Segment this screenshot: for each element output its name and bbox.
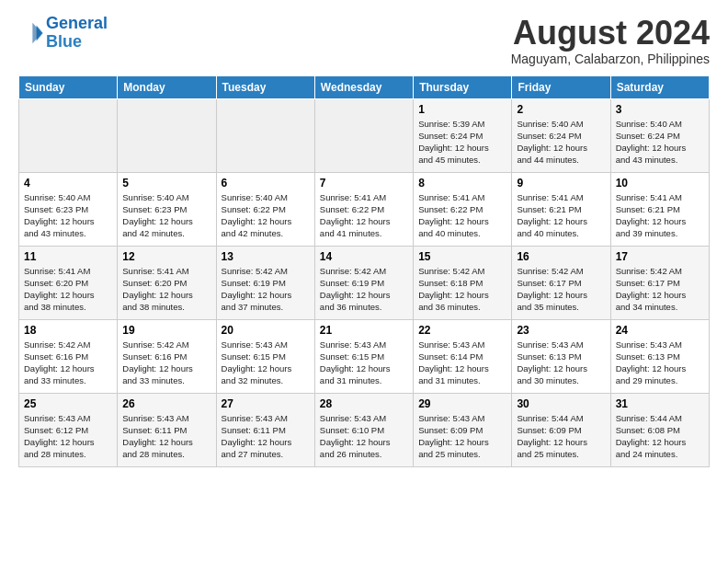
day-info: Sunrise: 5:40 AM Sunset: 6:24 PM Dayligh…	[517, 118, 605, 167]
weekday-header: Sunday	[19, 75, 118, 98]
day-number: 24	[616, 324, 704, 337]
calendar-cell: 16Sunrise: 5:42 AM Sunset: 6:17 PM Dayli…	[512, 246, 610, 319]
day-info: Sunrise: 5:40 AM Sunset: 6:23 PM Dayligh…	[122, 191, 210, 240]
day-number: 13	[222, 250, 310, 263]
calendar-table: SundayMondayTuesdayWednesdayThursdayFrid…	[18, 75, 710, 467]
day-number: 8	[418, 177, 506, 190]
calendar-cell	[19, 98, 118, 172]
calendar-cell: 1Sunrise: 5:39 AM Sunset: 6:24 PM Daylig…	[414, 98, 512, 172]
day-number: 12	[122, 250, 210, 263]
weekday-header: Saturday	[610, 75, 709, 98]
day-number: 16	[517, 250, 605, 263]
calendar-body: 1Sunrise: 5:39 AM Sunset: 6:24 PM Daylig…	[19, 98, 710, 466]
calendar-cell: 27Sunrise: 5:43 AM Sunset: 6:11 PM Dayli…	[216, 393, 314, 466]
day-number: 17	[616, 250, 704, 263]
day-number: 30	[517, 397, 605, 410]
svg-marker-1	[32, 23, 41, 43]
day-info: Sunrise: 5:42 AM Sunset: 6:18 PM Dayligh…	[418, 265, 506, 314]
day-info: Sunrise: 5:42 AM Sunset: 6:16 PM Dayligh…	[24, 339, 112, 387]
day-number: 6	[222, 177, 310, 190]
day-info: Sunrise: 5:43 AM Sunset: 6:12 PM Dayligh…	[24, 412, 112, 461]
weekday-header: Friday	[512, 75, 610, 98]
weekday-row: SundayMondayTuesdayWednesdayThursdayFrid…	[19, 75, 710, 98]
calendar-cell: 31Sunrise: 5:44 AM Sunset: 6:08 PM Dayli…	[610, 393, 709, 466]
weekday-header: Monday	[118, 75, 216, 98]
day-info: Sunrise: 5:39 AM Sunset: 6:24 PM Dayligh…	[418, 118, 506, 167]
day-info: Sunrise: 5:42 AM Sunset: 6:16 PM Dayligh…	[122, 339, 210, 387]
day-number: 25	[24, 397, 112, 410]
day-number: 22	[418, 324, 506, 337]
calendar-week-row: 11Sunrise: 5:41 AM Sunset: 6:20 PM Dayli…	[19, 246, 710, 319]
day-info: Sunrise: 5:41 AM Sunset: 6:20 PM Dayligh…	[24, 265, 112, 314]
day-info: Sunrise: 5:42 AM Sunset: 6:17 PM Dayligh…	[517, 265, 605, 314]
day-info: Sunrise: 5:43 AM Sunset: 6:11 PM Dayligh…	[222, 412, 310, 461]
day-number: 7	[320, 177, 408, 190]
day-info: Sunrise: 5:43 AM Sunset: 6:15 PM Dayligh…	[222, 339, 310, 387]
calendar-cell: 13Sunrise: 5:42 AM Sunset: 6:19 PM Dayli…	[216, 246, 314, 319]
calendar-cell: 11Sunrise: 5:41 AM Sunset: 6:20 PM Dayli…	[19, 246, 118, 319]
day-info: Sunrise: 5:43 AM Sunset: 6:10 PM Dayligh…	[320, 412, 408, 461]
weekday-header: Tuesday	[216, 75, 314, 98]
day-info: Sunrise: 5:43 AM Sunset: 6:13 PM Dayligh…	[517, 339, 605, 387]
day-info: Sunrise: 5:44 AM Sunset: 6:08 PM Dayligh…	[616, 412, 704, 461]
day-number: 4	[24, 177, 112, 190]
day-number: 31	[616, 397, 704, 410]
calendar-cell: 28Sunrise: 5:43 AM Sunset: 6:10 PM Dayli…	[314, 393, 413, 466]
day-number: 5	[122, 177, 210, 190]
calendar-cell: 29Sunrise: 5:43 AM Sunset: 6:09 PM Dayli…	[414, 393, 512, 466]
day-number: 28	[320, 397, 408, 410]
day-number: 27	[222, 397, 310, 410]
day-info: Sunrise: 5:41 AM Sunset: 6:22 PM Dayligh…	[320, 191, 408, 240]
calendar-cell: 24Sunrise: 5:43 AM Sunset: 6:13 PM Dayli…	[610, 319, 709, 393]
day-info: Sunrise: 5:43 AM Sunset: 6:14 PM Dayligh…	[418, 339, 506, 387]
calendar-week-row: 25Sunrise: 5:43 AM Sunset: 6:12 PM Dayli…	[19, 393, 710, 466]
day-info: Sunrise: 5:41 AM Sunset: 6:20 PM Dayligh…	[122, 265, 210, 314]
day-info: Sunrise: 5:40 AM Sunset: 6:22 PM Dayligh…	[222, 191, 310, 240]
calendar-cell: 8Sunrise: 5:41 AM Sunset: 6:22 PM Daylig…	[414, 172, 512, 246]
day-number: 11	[24, 250, 112, 263]
logo-text: General Blue	[46, 15, 108, 52]
day-info: Sunrise: 5:43 AM Sunset: 6:15 PM Dayligh…	[320, 339, 408, 387]
weekday-header: Thursday	[414, 75, 512, 98]
calendar-cell: 12Sunrise: 5:41 AM Sunset: 6:20 PM Dayli…	[118, 246, 216, 319]
day-number: 14	[320, 250, 408, 263]
calendar-cell: 5Sunrise: 5:40 AM Sunset: 6:23 PM Daylig…	[118, 172, 216, 246]
calendar-cell: 22Sunrise: 5:43 AM Sunset: 6:14 PM Dayli…	[414, 319, 512, 393]
calendar-cell: 21Sunrise: 5:43 AM Sunset: 6:15 PM Dayli…	[314, 319, 413, 393]
calendar-cell: 3Sunrise: 5:40 AM Sunset: 6:24 PM Daylig…	[610, 98, 709, 172]
calendar-cell: 2Sunrise: 5:40 AM Sunset: 6:24 PM Daylig…	[512, 98, 610, 172]
day-info: Sunrise: 5:43 AM Sunset: 6:13 PM Dayligh…	[616, 339, 704, 387]
day-info: Sunrise: 5:41 AM Sunset: 6:21 PM Dayligh…	[517, 191, 605, 240]
day-number: 2	[517, 103, 605, 116]
calendar-cell: 25Sunrise: 5:43 AM Sunset: 6:12 PM Dayli…	[19, 393, 118, 466]
day-number: 1	[418, 103, 506, 116]
day-number: 20	[222, 324, 310, 337]
calendar-cell	[216, 98, 314, 172]
day-number: 21	[320, 324, 408, 337]
title-block: August 2024 Maguyam, Calabarzon, Philipp…	[511, 15, 710, 66]
calendar-cell	[314, 98, 413, 172]
day-number: 3	[616, 103, 704, 116]
day-info: Sunrise: 5:40 AM Sunset: 6:23 PM Dayligh…	[24, 191, 112, 240]
calendar-cell: 30Sunrise: 5:44 AM Sunset: 6:09 PM Dayli…	[512, 393, 610, 466]
logo-icon	[18, 20, 44, 46]
day-info: Sunrise: 5:41 AM Sunset: 6:21 PM Dayligh…	[616, 191, 704, 240]
day-number: 23	[517, 324, 605, 337]
calendar-cell: 20Sunrise: 5:43 AM Sunset: 6:15 PM Dayli…	[216, 319, 314, 393]
month-year: August 2024	[511, 15, 710, 52]
calendar-header: SundayMondayTuesdayWednesdayThursdayFrid…	[19, 75, 710, 98]
location: Maguyam, Calabarzon, Philippines	[511, 52, 710, 66]
day-info: Sunrise: 5:42 AM Sunset: 6:19 PM Dayligh…	[320, 265, 408, 314]
calendar-cell	[118, 98, 216, 172]
calendar-week-row: 1Sunrise: 5:39 AM Sunset: 6:24 PM Daylig…	[19, 98, 710, 172]
calendar-week-row: 18Sunrise: 5:42 AM Sunset: 6:16 PM Dayli…	[19, 319, 710, 393]
calendar-cell: 9Sunrise: 5:41 AM Sunset: 6:21 PM Daylig…	[512, 172, 610, 246]
day-number: 19	[122, 324, 210, 337]
logo: General Blue	[18, 15, 108, 52]
page: General Blue August 2024 Maguyam, Calaba…	[0, 0, 728, 477]
day-number: 18	[24, 324, 112, 337]
calendar-cell: 7Sunrise: 5:41 AM Sunset: 6:22 PM Daylig…	[314, 172, 413, 246]
day-number: 10	[616, 177, 704, 190]
day-info: Sunrise: 5:40 AM Sunset: 6:24 PM Dayligh…	[616, 118, 704, 167]
day-info: Sunrise: 5:41 AM Sunset: 6:22 PM Dayligh…	[418, 191, 506, 240]
